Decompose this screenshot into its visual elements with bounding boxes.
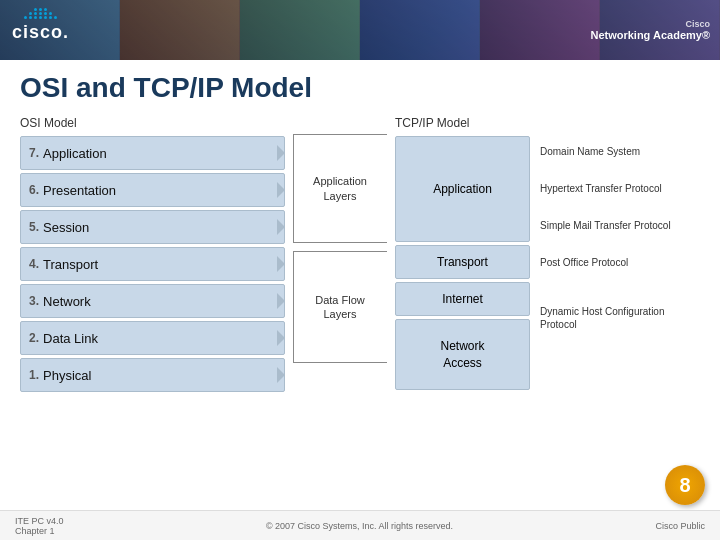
header-img-4 [360,0,480,60]
data-flow-layers-label: Data FlowLayers [313,293,367,322]
layer-7-name: Application [43,146,107,161]
footer-left: ITE PC v4.0 Chapter 1 [15,516,64,536]
osi-layer-1: 1. Physical [20,358,285,392]
layer-3-num: 3. [29,294,39,308]
osi-layer-5: 5. Session [20,210,285,244]
osi-layers: 7. Application 6. Presentation 5. Sessio… [20,136,285,392]
academy-name: Networking Academy® [590,29,710,41]
protocol-list: Domain Name System Hypertext Transfer Pr… [540,134,700,353]
layer-2-name: Data Link [43,331,98,346]
header-img-3 [240,0,360,60]
protocol-http: Hypertext Transfer Protocol [540,171,700,205]
footer-copyright: © 2007 Cisco Systems, Inc. All rights re… [266,521,453,531]
protocol-pop: Post Office Protocol [540,245,700,279]
header-img-2 [120,0,240,60]
layer-1-num: 1. [29,368,39,382]
tcpip-layer-application: Application [395,136,530,242]
cisco-text: cisco. [12,22,69,43]
protocol-smtp: Simple Mail Transfer Protocol [540,208,700,242]
osi-model-section: OSI Model 7. Application 6. Presentation… [20,116,285,392]
layer-6-name: Presentation [43,183,116,198]
tcpip-layers: Application Transport Internet NetworkAc… [395,136,530,390]
protocols-section: Domain Name System Hypertext Transfer Pr… [530,116,700,353]
layer-5-name: Session [43,220,89,235]
protocol-dhcp: Dynamic Host Configuration Protocol [540,282,700,353]
osi-layer-6: 6. Presentation [20,173,285,207]
layer-7-num: 7. [29,146,39,160]
tcpip-layer-transport: Transport [395,245,530,279]
footer-chapter: Chapter 1 [15,526,64,536]
footer-course: ITE PC v4.0 [15,516,64,526]
tcpip-layer-network-access: NetworkAccess [395,319,530,390]
osi-layer-3: 3. Network [20,284,285,318]
protocol-pop-label: Post Office Protocol [540,256,628,269]
layer-4-name: Transport [43,257,98,272]
main-content: OSI and TCP/IP Model OSI Model 7. Applic… [0,60,720,400]
protocol-dns: Domain Name System [540,134,700,168]
cisco-dots [12,8,69,20]
tcpip-layer-internet: Internet [395,282,530,316]
osi-model-label: OSI Model [20,116,285,130]
osi-layer-2: 2. Data Link [20,321,285,355]
cisco-logo: cisco. [12,8,69,43]
layer-2-num: 2. [29,331,39,345]
protocol-dhcp-label: Dynamic Host Configuration Protocol [540,305,700,331]
layer-6-num: 6. [29,183,39,197]
application-layers-label: ApplicationLayers [311,174,369,203]
layer-5-num: 5. [29,220,39,234]
osi-layer-7: 7. Application [20,136,285,170]
brackets-section: ApplicationLayers Data FlowLayers [285,116,395,134]
header-img-5 [480,0,600,60]
application-layers-label-container: ApplicationLayers [293,134,387,243]
slide-badge: 8 [665,465,705,505]
footer: ITE PC v4.0 Chapter 1 © 2007 Cisco Syste… [0,510,720,540]
protocol-dns-label: Domain Name System [540,145,640,158]
tcpip-model-section: TCP/IP Model Application Transport Inter… [395,116,530,390]
layer-4-num: 4. [29,257,39,271]
layer-3-name: Network [43,294,91,309]
data-flow-layers-label-container: Data FlowLayers [293,251,387,363]
page-title: OSI and TCP/IP Model [20,72,700,104]
networking-academy-logo: Cisco Networking Academy® [590,19,710,41]
tcpip-model-label: TCP/IP Model [395,116,530,130]
layer-1-name: Physical [43,368,91,383]
protocol-smtp-label: Simple Mail Transfer Protocol [540,219,671,232]
footer-public: Cisco Public [655,521,705,531]
protocol-http-label: Hypertext Transfer Protocol [540,182,662,195]
header-banner: cisco. Cisco Networking Academy® [0,0,720,60]
osi-layer-4: 4. Transport [20,247,285,281]
academy-cisco: Cisco [590,19,710,29]
